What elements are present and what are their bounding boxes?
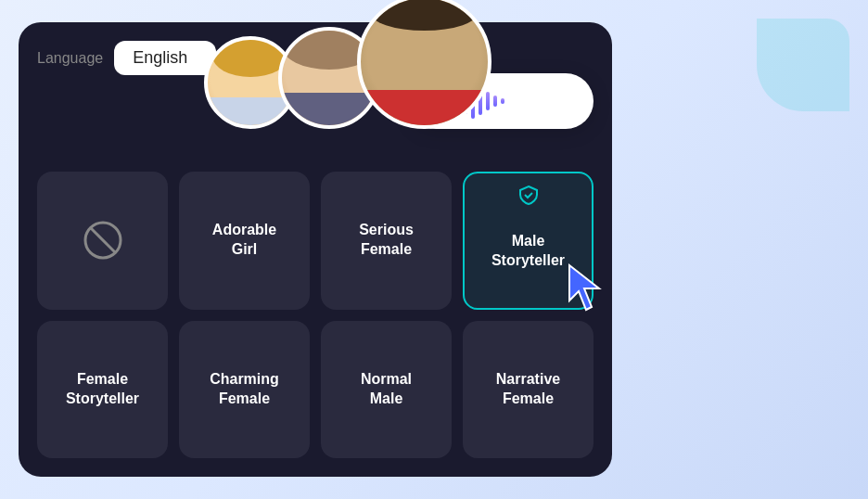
voice-card-normal-male-label: NormalMale <box>361 370 412 409</box>
voice-card-male-storyteller-label: MaleStoryteller <box>491 232 565 271</box>
wave-bar-10 <box>501 98 504 104</box>
shield-badge <box>518 185 539 213</box>
language-label: Language <box>37 50 103 67</box>
voice-card-serious-female[interactable]: SeriousFemale <box>321 172 452 310</box>
voice-card-female-storyteller[interactable]: FemaleStoryteller <box>37 321 168 459</box>
avatar-row <box>204 0 491 129</box>
voice-card-female-storyteller-label: FemaleStoryteller <box>66 370 139 409</box>
voice-card-narrative-female[interactable]: NarrativeFemale <box>463 321 594 459</box>
wave-bar-9 <box>493 96 497 107</box>
voice-card-none[interactable] <box>37 172 168 310</box>
voice-card-narrative-female-label: NarrativeFemale <box>496 370 560 409</box>
voice-grid: AdorableGirl SeriousFemale MaleStorytell… <box>37 172 594 458</box>
language-pill[interactable]: English <box>114 41 216 75</box>
right-area <box>612 19 849 480</box>
svg-line-1 <box>90 227 116 253</box>
no-voice-icon <box>83 220 123 261</box>
main-container: Language English <box>0 0 868 499</box>
cursor-arrow <box>566 262 610 317</box>
voice-card-serious-female-label: SeriousFemale <box>359 221 414 260</box>
left-panel: Language English <box>19 22 612 477</box>
voice-card-charming-female-label: CharmingFemale <box>210 370 279 409</box>
voice-card-male-storyteller[interactable]: MaleStoryteller <box>463 172 594 310</box>
voice-card-normal-male[interactable]: NormalMale <box>321 321 452 459</box>
avatar-man <box>357 0 491 129</box>
voice-card-adorable-girl-label: AdorableGirl <box>212 221 276 260</box>
teal-accent <box>757 19 849 111</box>
voice-card-charming-female[interactable]: CharmingFemale <box>179 321 310 459</box>
voice-card-adorable-girl[interactable]: AdorableGirl <box>179 172 310 310</box>
svg-marker-2 <box>569 265 599 310</box>
